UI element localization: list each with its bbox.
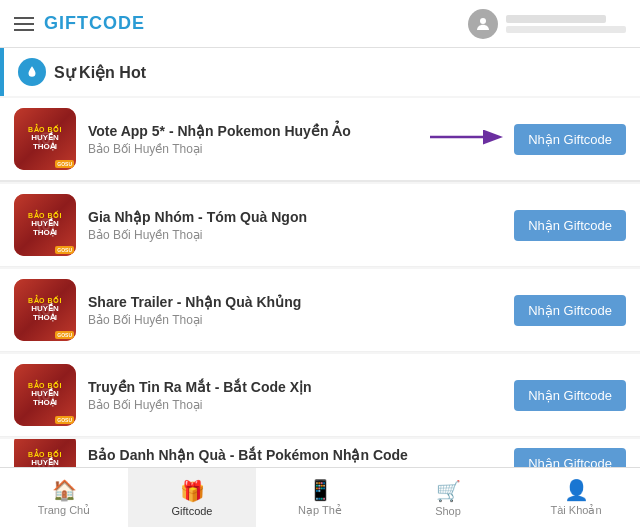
event-subtitle: Bảo Bối Huyền Thoại (88, 398, 502, 412)
event-info: Gia Nhập Nhóm - Tóm Quà Ngon Bảo Bối Huy… (88, 209, 502, 242)
event-info: Share Trailer - Nhận Quà Khủng Bảo Bối H… (88, 294, 502, 327)
nav-item-giftcode[interactable]: 🎁 Giftcode (128, 468, 256, 527)
event-item: ◎ BẢO BỐI HUYỀNTHOẠI GOSU Bảo Danh Nhận … (0, 439, 640, 467)
hamburger-menu-icon[interactable] (14, 17, 34, 31)
receive-giftcode-button-2[interactable]: Nhận Giftcode (514, 210, 626, 241)
event-subtitle: Bảo Bối Huyền Thoại (88, 466, 502, 467)
event-item: ◎ BẢO BỐI HUYỀNTHOẠI GOSU Share Trailer … (0, 269, 640, 352)
nav-label-trang-chu: Trang Chủ (38, 504, 90, 517)
event-title: Vote App 5* - Nhận Pokemon Huyền Ảo (88, 123, 502, 139)
app-title: GIFTCODE (44, 13, 145, 34)
nav-label-giftcode: Giftcode (172, 505, 213, 517)
event-item: ◎ BẢO BỐI HUYỀNTHOẠI GOSU Gia Nhập Nhóm … (0, 184, 640, 267)
bottom-nav: 🏠 Trang Chủ 🎁 Giftcode 📱 Nạp Thẻ 🛒 Shop … (0, 467, 640, 527)
user-sub (506, 26, 626, 33)
header: GIFTCODE (0, 0, 640, 48)
event-thumbnail: ◎ BẢO BỐI HUYỀNTHOẠI GOSU (14, 439, 76, 467)
event-item: ◎ BẢO BỐI HUYỀNTHOẠI GOSU Truyền Tin Ra … (0, 354, 640, 437)
event-title: Gia Nhập Nhóm - Tóm Quà Ngon (88, 209, 502, 225)
user-avatar-icon[interactable] (468, 9, 498, 39)
section-title: Sự Kiện Hot (54, 63, 146, 82)
event-subtitle: Bảo Bối Huyền Thoại (88, 142, 502, 156)
event-title: Truyền Tin Ra Mắt - Bắt Code Xịn (88, 379, 502, 395)
giftcode-icon: 🎁 (180, 479, 205, 503)
user-name (506, 15, 606, 23)
main-content: Sự Kiện Hot ◎ BẢO BỐI HUYỀNTHOẠI GOSU Vo… (0, 48, 640, 467)
event-info: Truyền Tin Ra Mắt - Bắt Code Xịn Bảo Bối… (88, 379, 502, 412)
nav-label-shop: Shop (435, 505, 461, 517)
nav-item-shop[interactable]: 🛒 Shop (384, 468, 512, 527)
event-thumbnail: ◎ BẢO BỐI HUYỀNTHOẠI GOSU (14, 108, 76, 170)
home-icon: 🏠 (52, 478, 77, 502)
event-thumbnail: ◎ BẢO BỐI HUYỀNTHOẠI GOSU (14, 194, 76, 256)
nav-label-tai-khoan: Tài Khoản (550, 504, 601, 517)
event-info: Bảo Danh Nhận Quà - Bắt Pokémon Nhận Cod… (88, 447, 502, 467)
event-thumbnail: ◎ BẢO BỐI HUYỀNTHOẠI GOSU (14, 279, 76, 341)
event-subtitle: Bảo Bối Huyền Thoại (88, 313, 502, 327)
event-subtitle: Bảo Bối Huyền Thoại (88, 228, 502, 242)
user-info (506, 15, 626, 33)
header-right (468, 9, 626, 39)
nav-item-trang-chu[interactable]: 🏠 Trang Chủ (0, 468, 128, 527)
account-icon: 👤 (564, 478, 589, 502)
event-title: Share Trailer - Nhận Quà Khủng (88, 294, 502, 310)
svg-point-0 (480, 18, 486, 24)
event-info: Vote App 5* - Nhận Pokemon Huyền Ảo Bảo … (88, 123, 502, 156)
event-item: ◎ BẢO BỐI HUYỀNTHOẠI GOSU Vote App 5* - … (0, 98, 640, 182)
receive-giftcode-button-1[interactable]: Nhận Giftcode (514, 124, 626, 155)
receive-giftcode-button-5[interactable]: Nhận Giftcode (514, 448, 626, 467)
header-left: GIFTCODE (14, 13, 145, 34)
event-title: Bảo Danh Nhận Quà - Bắt Pokémon Nhận Cod… (88, 447, 502, 463)
nav-item-nap-the[interactable]: 📱 Nạp Thẻ (256, 468, 384, 527)
hot-icon (18, 58, 46, 86)
nap-the-icon: 📱 (308, 478, 333, 502)
shop-icon: 🛒 (436, 479, 461, 503)
section-header: Sự Kiện Hot (0, 48, 640, 96)
event-thumbnail: ◎ BẢO BỐI HUYỀNTHOẠI GOSU (14, 364, 76, 426)
receive-giftcode-button-3[interactable]: Nhận Giftcode (514, 295, 626, 326)
receive-giftcode-button-4[interactable]: Nhận Giftcode (514, 380, 626, 411)
event-list: ◎ BẢO BỐI HUYỀNTHOẠI GOSU Vote App 5* - … (0, 98, 640, 467)
nav-item-tai-khoan[interactable]: 👤 Tài Khoản (512, 468, 640, 527)
nav-label-nap-the: Nạp Thẻ (298, 504, 342, 517)
